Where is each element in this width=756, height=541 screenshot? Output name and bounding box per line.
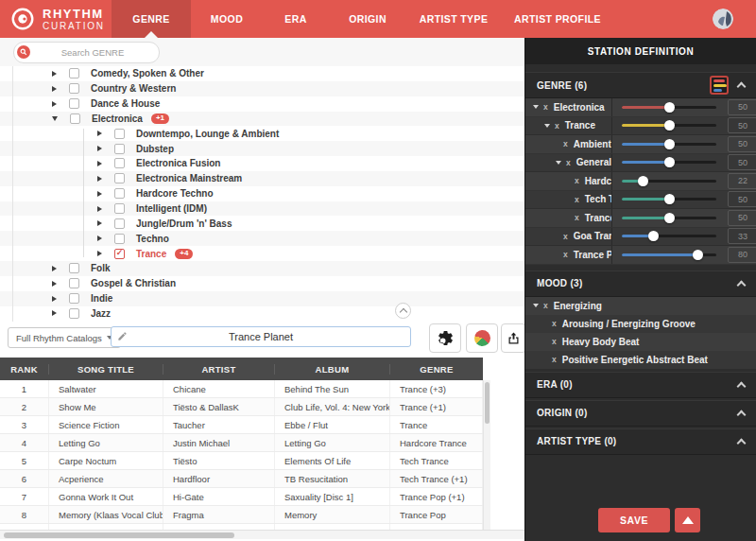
tree-row-downtempo-lounge-ambient[interactable]: Downtempo, Lounge & Ambient <box>0 126 524 141</box>
table-horizontal-scrollbar[interactable] <box>0 530 524 539</box>
slider-knob[interactable] <box>664 102 675 113</box>
tag-row-energizing[interactable]: xEnergizing <box>525 297 756 315</box>
table-row[interactable]: 2Show MeTiësto & DallasKClub Life, Vol. … <box>0 398 483 416</box>
tab-genre[interactable]: GENRE <box>112 0 191 38</box>
remove-icon[interactable]: x <box>563 250 568 259</box>
chevron-right-icon[interactable] <box>52 71 57 77</box>
remove-icon[interactable]: x <box>555 121 559 131</box>
column-header-artist[interactable]: ARTIST <box>163 364 275 375</box>
horizontal-scroll-thumb[interactable] <box>4 532 234 538</box>
slider-knob[interactable] <box>664 139 675 149</box>
slider-value[interactable]: 50 <box>728 117 756 133</box>
checkbox[interactable] <box>69 308 79 319</box>
tree-row-intelligent-idm[interactable]: Intelligent (IDM) <box>0 201 524 217</box>
chevron-right-icon[interactable] <box>97 131 102 136</box>
remove-icon[interactable]: x <box>563 139 568 148</box>
chevron-right-icon[interactable] <box>97 236 102 241</box>
slider-value[interactable]: 50 <box>728 136 756 152</box>
tree-row-dance-house[interactable]: Dance & House <box>0 96 524 112</box>
checkbox[interactable] <box>114 234 125 244</box>
slider-track[interactable] <box>622 235 716 237</box>
remove-icon[interactable]: x <box>552 319 557 328</box>
slider-track[interactable] <box>622 124 716 127</box>
tree-row-electronica-mainstream[interactable]: Electronica Mainstream <box>0 171 524 186</box>
checkbox[interactable] <box>114 203 125 214</box>
chevron-up-icon[interactable] <box>737 280 747 289</box>
column-header-album[interactable]: ALBUM <box>275 364 390 375</box>
checkbox[interactable] <box>69 83 79 94</box>
chevron-right-icon[interactable] <box>52 281 57 287</box>
save-button[interactable]: SAVE <box>598 508 670 532</box>
slider-knob[interactable] <box>664 213 675 223</box>
slider-track[interactable] <box>622 253 716 256</box>
chevron-right-icon[interactable] <box>97 161 102 166</box>
slider-value[interactable]: 22 <box>728 173 756 189</box>
slider-knob[interactable] <box>693 250 703 260</box>
table-row[interactable]: 1SaltwaterChicaneBehind The SunTrance (+… <box>0 380 483 398</box>
chevron-right-icon[interactable] <box>97 146 102 151</box>
tree-row-hardcore-techno[interactable]: Hardcore Techno <box>0 186 524 201</box>
slider-track[interactable] <box>622 217 716 219</box>
checkbox[interactable] <box>70 113 80 124</box>
remove-icon[interactable]: x <box>543 102 548 112</box>
slider-value[interactable]: 50 <box>728 99 756 115</box>
remove-icon[interactable]: x <box>575 195 579 204</box>
checkbox[interactable] <box>114 218 125 229</box>
tab-artist-type[interactable]: ARTIST TYPE <box>406 0 501 38</box>
section-header-genre-6[interactable]: GENRE (6) <box>525 72 756 98</box>
slider-row-ambient-trance[interactable]: xAmbient Trance50 <box>525 135 756 154</box>
slider-row-trance-pop[interactable]: xTrance Pop80 <box>525 246 756 265</box>
chevron-down-icon[interactable] <box>533 304 539 307</box>
tree-row-jazz[interactable]: Jazz <box>0 306 524 322</box>
section-header-origin-0[interactable]: ORIGIN (0) <box>525 400 756 427</box>
tab-origin[interactable]: ORIGIN <box>329 0 406 38</box>
tab-artist-profile[interactable]: ARTIST PROFILE <box>501 0 614 38</box>
chevron-up-icon[interactable] <box>737 410 747 419</box>
checkbox[interactable] <box>114 173 125 183</box>
chevron-right-icon[interactable] <box>97 191 102 197</box>
slider-track[interactable] <box>622 106 716 109</box>
slider-value[interactable]: 50 <box>728 154 756 170</box>
mixer-sliders-icon[interactable] <box>710 76 729 95</box>
checkbox[interactable] <box>69 278 79 288</box>
table-row[interactable]: 7Gonna Work It OutHi-GateSaxuality [Disc… <box>0 488 483 506</box>
checkbox[interactable] <box>69 263 79 273</box>
tag-row-arousing-energizing-groove[interactable]: xArousing / Energizing Groove <box>525 315 756 333</box>
collapse-panel-button[interactable] <box>675 508 700 532</box>
remove-icon[interactable]: x <box>575 213 579 222</box>
color-wheel-button[interactable] <box>466 323 498 353</box>
table-vertical-scrollbar[interactable] <box>483 380 490 530</box>
slider-knob[interactable] <box>638 176 648 186</box>
tree-row-jungle-drum-n-bass[interactable]: Jungle/Drum 'n' Bass <box>0 216 524 231</box>
table-row[interactable]: 5Carpe NoctumTiëstoElements Of LifeTech … <box>0 452 483 470</box>
slider-row-trance[interactable]: xTrance50 <box>525 117 756 136</box>
tree-row-trance[interactable]: ✓Trance+4 <box>0 246 524 261</box>
tree-row-electronica[interactable]: Electronica+1 <box>0 112 524 127</box>
section-header-mood-3[interactable]: MOOD (3) <box>525 270 756 297</box>
slider-row-trance[interactable]: xTrance50 <box>525 209 756 228</box>
slider-row-tech-trance[interactable]: xTech Trance50 <box>525 191 756 210</box>
chevron-down-icon[interactable] <box>52 116 58 121</box>
tag-row-positive-energetic-abstract-beat[interactable]: xPositive Energetic Abstract Beat <box>525 351 756 369</box>
checkbox[interactable]: ✓ <box>114 249 125 259</box>
slider-knob[interactable] <box>664 194 675 204</box>
column-header-song-title[interactable]: SONG TITLE <box>49 364 163 375</box>
table-row[interactable]: 6AcperienceHardfloorTB ResucitationTech … <box>0 470 483 488</box>
checkbox[interactable] <box>114 188 125 199</box>
slider-value[interactable]: 33 <box>728 228 756 244</box>
slider-value[interactable]: 50 <box>728 210 756 226</box>
vertical-scroll-thumb[interactable] <box>485 382 490 424</box>
tree-row-techno[interactable]: Techno <box>0 231 524 246</box>
checkbox[interactable] <box>114 129 125 139</box>
tree-row-folk[interactable]: Folk <box>0 261 524 276</box>
remove-icon[interactable]: x <box>563 232 568 241</box>
station-name-input[interactable] <box>111 326 411 347</box>
chevron-up-icon[interactable] <box>737 438 747 447</box>
checkbox[interactable] <box>114 144 125 154</box>
column-header-genre[interactable]: GENRE <box>390 364 483 375</box>
tree-row-electronica-fusion[interactable]: Electronica Fusion <box>0 156 524 171</box>
tab-era[interactable]: ERA <box>263 0 329 38</box>
search-input[interactable] <box>30 47 172 58</box>
slider-value[interactable]: 80 <box>728 247 756 263</box>
remove-icon[interactable]: x <box>552 337 557 346</box>
